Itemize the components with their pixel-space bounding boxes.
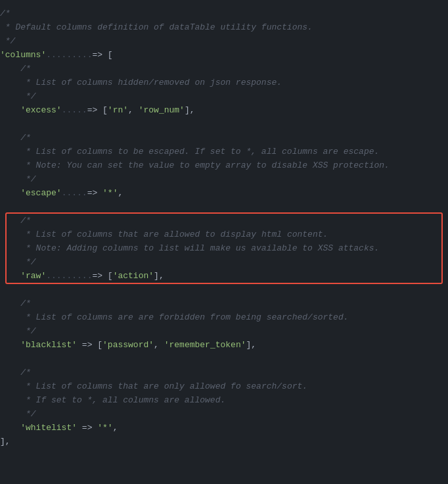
code-line: * List of columns that are allowed to di… [0, 228, 448, 241]
code-line: 'whitelist' => '*', [0, 421, 448, 435]
code-line [0, 283, 448, 297]
token: ..... [62, 105, 87, 115]
token: */ [0, 91, 36, 101]
token: 'action' [113, 271, 154, 281]
code-line: */ [0, 324, 448, 338]
token: * List of columns [0, 381, 118, 391]
line-content: */ [0, 34, 448, 48]
token: /* [0, 133, 31, 143]
line-content: */ [0, 172, 448, 186]
code-line: */ [0, 407, 448, 421]
token: 'escape' [0, 188, 62, 198]
token: * List of columns are are forbidden from… [0, 312, 349, 322]
code-line: */ [0, 172, 448, 186]
code-line: * List of columns to be escaped. If set … [0, 145, 448, 158]
line-content: 'blacklist' => ['password', 'remember_to… [0, 338, 448, 352]
line-content: */ [0, 255, 448, 269]
token: , [128, 105, 139, 115]
token: '*' [97, 423, 112, 433]
token: * Default columns definition of dataTabl… [0, 22, 313, 32]
code-line: 'raw'.........=> ['action'], [0, 269, 448, 283]
code-line [0, 200, 448, 214]
code-line [0, 352, 448, 366]
token: '*' [102, 188, 118, 198]
line-content [0, 200, 448, 214]
code-line: * Note: Adding columns to list will make… [0, 241, 448, 255]
line-content: * List of columns hidden/removed on json… [0, 76, 448, 89]
code-line: */ [0, 89, 448, 103]
code-line: */ [0, 34, 448, 48]
token: */ [0, 257, 36, 267]
token: => [ [77, 340, 102, 350]
token: ......... [46, 50, 92, 60]
token: that [118, 230, 138, 239]
line-content: /* [0, 131, 448, 145]
code-line: 'blacklist' => ['password', 'remember_to… [0, 338, 448, 352]
line-content: */ [0, 324, 448, 338]
line-content [0, 352, 448, 366]
token: 'blacklist' [0, 340, 77, 350]
code-line: * Default columns definition of dataTabl… [0, 20, 448, 34]
token: , [118, 188, 123, 198]
code-line: /* [0, 62, 448, 76]
token: /* [0, 9, 11, 18]
line-content: /* [0, 214, 448, 228]
token: ], [154, 271, 164, 281]
line-content: * List of columns are are forbidden from… [0, 310, 448, 324]
code-line: /* [0, 214, 448, 228]
token: /* [0, 64, 31, 74]
token: => [87, 188, 102, 198]
token: /* [0, 368, 31, 377]
code-line: * List of columns that are only allowed … [0, 379, 448, 393]
line-content: 'columns'.........=> [ [0, 48, 448, 62]
token: /* [0, 299, 31, 308]
code-line: /* [0, 366, 448, 379]
code-line: 'excess'.....=> ['rn', 'row_num'], [0, 103, 448, 117]
code-editor: /* * Default columns definition of dataT… [0, 0, 448, 484]
line-content: /* [0, 7, 448, 20]
line-content: 'escape'.....=> '*', [0, 186, 448, 200]
code-line: */ [0, 255, 448, 269]
code-line: * List of columns are are forbidden from… [0, 310, 448, 324]
token: 'row_num' [139, 105, 185, 115]
token: => [77, 423, 97, 433]
line-content [0, 283, 448, 297]
token: 'remember_token' [164, 340, 246, 350]
line-content: * Default columns definition of dataTabl… [0, 20, 448, 34]
token: ..... [62, 188, 87, 198]
token: 'excess' [0, 105, 62, 115]
line-content: * Note: You can set the value to empty a… [0, 158, 448, 172]
token: ], [185, 105, 195, 115]
line-content: 'whitelist' => '*', [0, 421, 448, 435]
code-line [0, 117, 448, 131]
code-line: /* [0, 297, 448, 310]
token: ], [0, 437, 11, 447]
token: * If set to *, all columns are allowed. [0, 395, 225, 405]
line-content: /* [0, 62, 448, 76]
token: ], [246, 340, 257, 350]
line-content: * If set to *, all columns are allowed. [0, 393, 448, 407]
token: * List of columns to be escaped. If set … [0, 147, 379, 157]
token: 'columns' [0, 50, 46, 60]
line-content: */ [0, 407, 448, 421]
token: 'rn' [108, 105, 128, 115]
code-line: 'columns'.........=> [ [0, 48, 448, 62]
token: are allowed to display html content. [139, 230, 328, 239]
token: 'raw' [0, 271, 46, 281]
line-content: * List of columns that are only allowed … [0, 379, 448, 393]
token: * List of columns hidden/removed on json… [0, 78, 282, 87]
token: => [ [87, 105, 108, 115]
line-content: */ [0, 89, 448, 103]
code-line: * Note: You can set the value to empty a… [0, 158, 448, 172]
line-content: 'raw'.........=> ['action'], [0, 269, 448, 283]
token: /* [0, 216, 31, 226]
token: * List of columns [0, 230, 118, 239]
code-line: /* [0, 7, 448, 20]
token: 'whitelist' [0, 423, 77, 433]
code-line: * List of columns hidden/removed on json… [0, 76, 448, 89]
token: , [154, 340, 164, 350]
line-content: 'excess'.....=> ['rn', 'row_num'], [0, 103, 448, 117]
line-content: * Note: Adding columns to list will make… [0, 241, 448, 255]
token: */ [0, 174, 36, 184]
code-line: 'escape'.....=> '*', [0, 186, 448, 200]
